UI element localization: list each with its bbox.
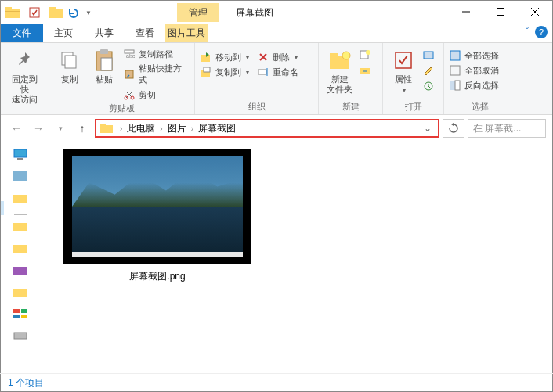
svg-rect-34 <box>450 51 460 60</box>
help-icon[interactable]: ? <box>535 26 548 38</box>
back-button[interactable]: ← <box>7 119 26 138</box>
folder-icon <box>99 121 114 135</box>
breadcrumb-root[interactable]: 此电脑 <box>127 122 155 135</box>
minimize-button[interactable] <box>449 1 483 23</box>
svg-rect-45 <box>13 245 27 253</box>
breadcrumb-current[interactable]: 屏幕截图 <box>198 122 236 135</box>
ribbon-group-new: 新建 <box>323 99 378 113</box>
tab-file[interactable]: 文件 <box>1 24 43 42</box>
select-none-icon <box>449 64 461 77</box>
pin-to-quick-access-button[interactable]: 固定到快 速访问 <box>5 46 44 106</box>
sidebar-item-icon[interactable] <box>11 329 30 342</box>
breadcrumb-dropdown-icon[interactable]: ⌄ <box>419 123 436 134</box>
svg-rect-39 <box>100 124 106 127</box>
chevron-right-icon[interactable]: › <box>186 124 198 133</box>
svg-rect-20 <box>201 55 210 62</box>
svg-rect-14 <box>101 58 112 70</box>
recent-dropdown-icon[interactable]: ▾ <box>51 119 70 138</box>
file-list[interactable]: 屏幕截图.png <box>40 142 552 376</box>
delete-button[interactable]: 删除▾ <box>257 51 298 63</box>
svg-rect-51 <box>21 315 27 318</box>
sidebar-item-icon[interactable] <box>11 192 30 204</box>
content-area: 屏幕截图.png <box>1 142 552 376</box>
address-bar-row: ← → ▾ ↑ › 此电脑 › 图片 › 屏幕截图 ⌄ 在 屏幕截... <box>1 115 552 142</box>
copy-to-button[interactable]: 复制到▾ <box>200 66 249 78</box>
new-folder-button[interactable]: 新建 文件夹 <box>323 46 356 96</box>
paste-shortcut-button[interactable]: 粘贴快捷方式 <box>123 63 190 86</box>
properties-qat-icon[interactable] <box>26 4 43 21</box>
svg-point-29 <box>366 50 370 55</box>
easy-access-icon[interactable] <box>359 65 371 76</box>
sidebar-item-icon[interactable] <box>11 242 30 254</box>
file-thumbnail <box>63 149 251 264</box>
window-controls <box>449 1 552 23</box>
pin-icon <box>13 48 38 73</box>
svg-rect-41 <box>17 158 23 160</box>
cut-button[interactable]: 剪切 <box>123 88 190 101</box>
copy-button[interactable]: 复制 <box>54 46 85 86</box>
title-bar: ▼ 管理 屏幕截图 <box>1 1 552 24</box>
copy-path-icon: abc <box>123 48 136 60</box>
ribbon: 固定到快 速访问 复制 粘贴 abc复制路径 粘贴快捷方式 剪切 剪贴板 <box>1 43 552 115</box>
undo-qat-icon[interactable] <box>65 4 82 21</box>
svg-text:abc: abc <box>126 53 135 59</box>
search-input[interactable]: 在 屏幕截... <box>468 119 546 138</box>
invert-selection-button[interactable]: 反向选择 <box>449 79 499 92</box>
sidebar-item-icon[interactable] <box>11 264 30 276</box>
delete-icon <box>257 51 269 63</box>
svg-rect-35 <box>450 66 460 75</box>
cut-icon <box>123 88 136 101</box>
sidebar-item-icon[interactable] <box>11 170 30 182</box>
forward-button: → <box>29 119 48 138</box>
open-icon[interactable] <box>422 49 435 60</box>
tab-share[interactable]: 共享 <box>84 24 125 42</box>
sidebar-item-icon[interactable] <box>11 286 30 298</box>
close-button[interactable] <box>518 1 552 23</box>
folder-icon <box>4 4 21 21</box>
sidebar-desktop-icon[interactable] <box>11 148 30 160</box>
breadcrumb-pictures[interactable]: 图片 <box>168 122 186 135</box>
svg-rect-32 <box>424 52 433 59</box>
svg-rect-44 <box>13 223 27 231</box>
svg-rect-7 <box>497 9 504 16</box>
svg-rect-47 <box>13 289 27 297</box>
new-item-icon[interactable] <box>359 49 371 60</box>
contextual-tab-manage[interactable]: 管理 <box>177 3 219 22</box>
maximize-button[interactable] <box>483 1 518 23</box>
svg-rect-40 <box>14 149 27 157</box>
svg-rect-43 <box>13 195 27 203</box>
nav-pane[interactable] <box>1 142 40 376</box>
move-to-button[interactable]: 移动到▾ <box>200 51 249 63</box>
copy-path-button[interactable]: abc复制路径 <box>123 48 190 60</box>
chevron-right-icon[interactable]: › <box>115 124 127 133</box>
edit-icon[interactable] <box>422 65 435 76</box>
history-icon[interactable] <box>422 81 435 92</box>
rename-icon <box>257 66 269 78</box>
breadcrumb[interactable]: › 此电脑 › 图片 › 屏幕截图 ⌄ <box>95 119 439 138</box>
window-title: 屏幕截图 <box>236 6 273 20</box>
up-button[interactable]: ↑ <box>73 119 92 138</box>
sidebar-item-icon[interactable] <box>11 307 30 320</box>
tab-picture-tools[interactable]: 图片工具 <box>165 24 208 42</box>
new-folder-qat-icon[interactable] <box>48 4 65 21</box>
svg-rect-52 <box>14 333 27 339</box>
new-folder-icon <box>327 48 352 73</box>
select-none-button[interactable]: 全部取消 <box>449 64 499 77</box>
tab-home[interactable]: 主页 <box>43 24 84 42</box>
svg-rect-5 <box>49 7 56 11</box>
invert-selection-icon <box>449 79 461 92</box>
refresh-button[interactable] <box>443 119 464 138</box>
rename-button[interactable]: 重命名 <box>257 66 298 78</box>
properties-button[interactable]: 属性▾ <box>388 46 419 97</box>
collapse-ribbon-icon[interactable]: ˇ <box>526 27 529 38</box>
select-all-button[interactable]: 全部选择 <box>449 49 499 62</box>
tab-view[interactable]: 查看 <box>125 24 165 42</box>
file-item[interactable]: 屏幕截图.png <box>63 149 251 283</box>
paste-button[interactable]: 粘贴 <box>89 46 120 86</box>
qat-dropdown-icon[interactable]: ▼ <box>82 9 93 16</box>
svg-rect-49 <box>21 309 27 313</box>
svg-rect-23 <box>258 70 266 74</box>
svg-rect-46 <box>13 267 27 275</box>
chevron-right-icon[interactable]: › <box>155 124 167 133</box>
sidebar-item-icon[interactable] <box>11 220 30 232</box>
